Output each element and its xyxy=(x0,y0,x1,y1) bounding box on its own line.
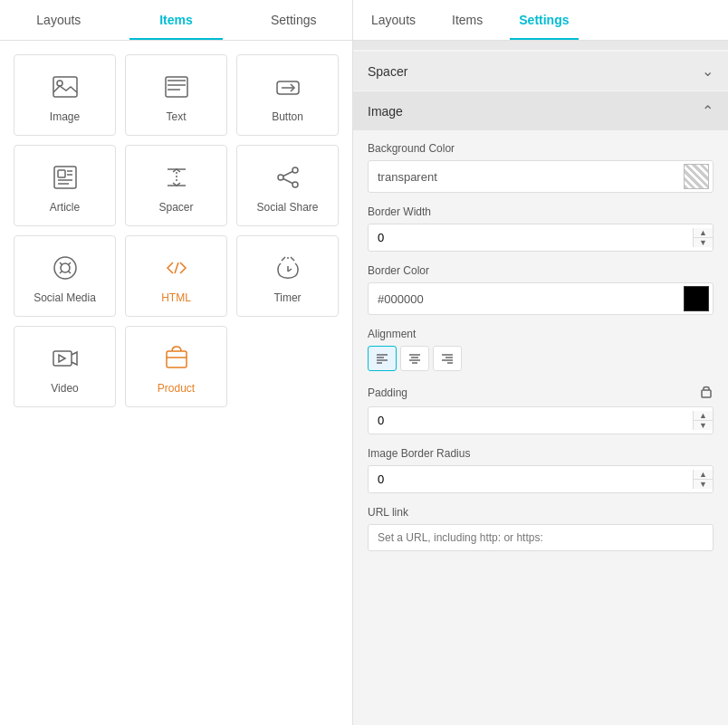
url-link-group: URL link xyxy=(368,506,714,551)
border-width-group: Border Width 0 ▲ ▼ xyxy=(368,205,714,252)
item-article[interactable]: Article xyxy=(14,145,116,226)
svg-point-17 xyxy=(292,167,298,173)
border-width-label: Border Width xyxy=(368,205,714,218)
tab-items[interactable]: Items xyxy=(118,0,235,40)
item-social-share-label: Social Share xyxy=(256,201,318,214)
item-timer-label: Timer xyxy=(273,291,301,304)
left-panel: Layouts Items Settings Image xyxy=(0,0,353,725)
svg-line-25 xyxy=(68,262,71,265)
text-icon xyxy=(160,71,193,103)
svg-rect-34 xyxy=(167,351,187,367)
alignment-label: Alignment xyxy=(368,328,714,340)
border-radius-input[interactable]: 0 xyxy=(369,466,693,492)
border-color-swatch[interactable] xyxy=(680,283,713,314)
timer-icon xyxy=(272,252,304,284)
image-section-body: Background Color transparent Border Widt… xyxy=(353,131,728,575)
button-icon xyxy=(272,71,304,103)
padding-input[interactable]: 0 xyxy=(369,407,693,434)
item-image-label: Image xyxy=(50,110,80,123)
background-color-input-row: transparent xyxy=(368,160,714,193)
items-grid: Image Text Butt xyxy=(0,41,352,421)
border-color-group: Border Color #000000 xyxy=(368,264,714,315)
padding-group: Padding 0 ▲ ▼ xyxy=(368,384,714,434)
border-radius-increment[interactable]: ▲ xyxy=(694,470,713,480)
video-icon xyxy=(49,342,81,375)
background-color-swatch[interactable] xyxy=(680,161,713,192)
item-html-label: HTML xyxy=(161,291,191,304)
align-left-button[interactable] xyxy=(368,346,397,371)
border-radius-decrement[interactable]: ▼ xyxy=(694,480,713,489)
item-text-label: Text xyxy=(166,110,186,123)
svg-marker-33 xyxy=(59,355,65,362)
social-media-icon xyxy=(49,252,81,284)
border-radius-label: Image Border Radius xyxy=(368,447,714,460)
border-radius-spinner: ▲ ▼ xyxy=(693,470,713,489)
background-color-label: Background Color xyxy=(368,142,714,155)
right-tabs: Layouts Items Settings xyxy=(353,0,728,41)
item-image[interactable]: Image xyxy=(14,54,116,136)
background-color-input[interactable]: transparent xyxy=(369,164,680,190)
image-section-header[interactable]: Image ⌃ xyxy=(353,91,728,130)
tab-settings[interactable]: Settings xyxy=(235,0,352,40)
item-product[interactable]: Product xyxy=(125,326,227,407)
html-icon xyxy=(160,252,193,284)
right-panel: Layouts Items Settings Spacer ⌄ Image ⌃ … xyxy=(353,0,728,725)
background-color-group: Background Color transparent xyxy=(368,142,714,193)
image-icon xyxy=(49,71,81,103)
padding-label-row: Padding xyxy=(368,384,714,401)
border-width-decrement[interactable]: ▼ xyxy=(694,238,713,247)
padding-increment[interactable]: ▲ xyxy=(694,411,713,421)
align-right-button[interactable] xyxy=(433,346,462,371)
item-button[interactable]: Button xyxy=(236,54,339,136)
padding-label: Padding xyxy=(368,386,407,399)
item-button-label: Button xyxy=(272,110,303,123)
item-timer[interactable]: Timer xyxy=(236,235,339,317)
item-spacer[interactable]: Spacer xyxy=(125,145,227,226)
svg-point-19 xyxy=(292,182,298,187)
svg-point-18 xyxy=(278,175,283,180)
right-content: Spacer ⌄ Image ⌃ Background Color transp… xyxy=(353,41,728,725)
border-width-input-row: 0 ▲ ▼ xyxy=(368,224,714,252)
item-social-media[interactable]: Social Media xyxy=(14,235,116,317)
right-tab-items[interactable]: Items xyxy=(434,0,501,40)
svg-line-26 xyxy=(68,272,71,274)
tab-layouts[interactable]: Layouts xyxy=(0,0,118,40)
right-tab-settings[interactable]: Settings xyxy=(501,0,587,40)
item-product-label: Product xyxy=(158,382,195,395)
image-chevron-up-icon: ⌃ xyxy=(702,102,714,119)
border-radius-group: Image Border Radius 0 ▲ ▼ xyxy=(368,447,714,493)
spacer-section-label: Spacer xyxy=(368,64,407,79)
border-color-label: Border Color xyxy=(368,264,714,277)
border-color-input[interactable]: #000000 xyxy=(369,286,680,312)
svg-line-20 xyxy=(283,172,292,176)
image-section-label: Image xyxy=(368,104,403,119)
lock-icon[interactable] xyxy=(699,384,714,401)
item-social-share[interactable]: Social Share xyxy=(236,145,339,226)
border-width-increment[interactable]: ▲ xyxy=(694,228,713,238)
svg-rect-48 xyxy=(702,390,711,397)
padding-decrement[interactable]: ▼ xyxy=(694,421,713,430)
svg-line-21 xyxy=(283,179,292,184)
social-share-icon xyxy=(272,161,304,194)
article-icon xyxy=(49,161,81,194)
align-center-button[interactable] xyxy=(400,346,429,371)
spacer-section-header[interactable]: Spacer ⌄ xyxy=(353,52,728,91)
product-icon xyxy=(160,342,193,375)
svg-point-22 xyxy=(54,257,76,279)
scroll-indicator xyxy=(353,41,728,50)
item-text[interactable]: Text xyxy=(125,54,227,136)
spacer-chevron-down-icon: ⌄ xyxy=(702,62,714,80)
item-video[interactable]: Video xyxy=(14,326,116,407)
item-article-label: Article xyxy=(50,201,80,214)
item-html[interactable]: HTML xyxy=(125,235,227,317)
svg-line-28 xyxy=(175,262,178,273)
border-width-input[interactable]: 0 xyxy=(369,224,693,251)
svg-line-24 xyxy=(60,262,62,265)
svg-rect-9 xyxy=(58,170,65,177)
item-social-media-label: Social Media xyxy=(34,291,96,304)
right-tab-layouts[interactable]: Layouts xyxy=(353,0,434,40)
item-spacer-label: Spacer xyxy=(158,201,193,214)
url-link-input[interactable] xyxy=(368,524,714,551)
alignment-group: Alignment xyxy=(368,328,714,371)
padding-spinner: ▲ ▼ xyxy=(693,411,713,430)
